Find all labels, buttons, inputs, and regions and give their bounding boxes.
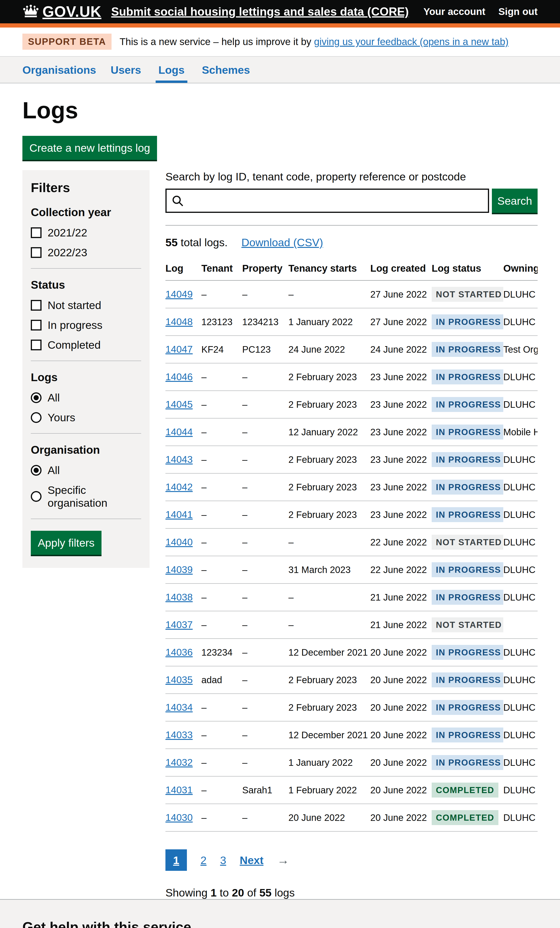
footer-title: Get help with this service bbox=[22, 919, 538, 928]
log-link[interactable]: 14041 bbox=[165, 509, 193, 520]
radio-button[interactable] bbox=[31, 465, 41, 476]
log-link[interactable]: 14042 bbox=[165, 481, 193, 493]
pagination-current-page[interactable]: 1 bbox=[165, 849, 187, 871]
log-link[interactable]: 14037 bbox=[165, 619, 193, 630]
total-suffix: total logs. bbox=[178, 236, 227, 249]
status-badge: IN PROGRESS bbox=[432, 452, 503, 467]
column-header-log-status: Log status bbox=[432, 263, 503, 281]
tenancy-starts-cell: 1 February 2022 bbox=[288, 776, 370, 804]
radio-button[interactable] bbox=[31, 412, 41, 423]
arrow-right-icon: → bbox=[277, 853, 289, 867]
property-cell: – bbox=[242, 639, 288, 666]
tenant-cell: – bbox=[201, 611, 242, 639]
log-created-cell: 20 June 2022 bbox=[370, 666, 432, 694]
checkbox[interactable] bbox=[31, 340, 41, 350]
table-row: 14032––1 January 202220 June 2022IN PROG… bbox=[165, 749, 538, 776]
pagination-next-link[interactable]: Next bbox=[240, 854, 264, 867]
radio-option-all: All bbox=[31, 391, 141, 404]
log-link[interactable]: 14038 bbox=[165, 592, 193, 603]
tenant-cell: – bbox=[201, 804, 242, 831]
crown-icon bbox=[22, 5, 39, 19]
log-link[interactable]: 14048 bbox=[165, 316, 193, 327]
checkbox[interactable] bbox=[31, 320, 41, 331]
property-cell: – bbox=[242, 418, 288, 446]
nav-item-organisations[interactable]: Organisations bbox=[20, 64, 99, 83]
pagination-page-2[interactable]: 2 bbox=[200, 854, 206, 867]
radio-button[interactable] bbox=[31, 392, 41, 403]
checkbox-option-completed: Completed bbox=[31, 339, 141, 351]
property-cell: 1234213 bbox=[242, 308, 288, 336]
log-link[interactable]: 14034 bbox=[165, 702, 193, 713]
sign-out-link[interactable]: Sign out bbox=[498, 6, 538, 17]
log-link[interactable]: 14047 bbox=[165, 344, 193, 355]
log-link[interactable]: 14039 bbox=[165, 564, 193, 575]
checkbox-option-in-progress: In progress bbox=[31, 319, 141, 331]
tenant-cell: – bbox=[201, 501, 242, 528]
status-badge: NOT STARTED bbox=[432, 617, 503, 632]
filter-group-collection-year: Collection year2021/222022/23 bbox=[31, 206, 141, 259]
log-link[interactable]: 14040 bbox=[165, 537, 193, 548]
owning-org-cell: DLUHC Test Organisation bbox=[503, 776, 538, 804]
checkbox[interactable] bbox=[31, 300, 41, 311]
log-created-cell: 22 June 2022 bbox=[370, 528, 432, 556]
filters-title: Filters bbox=[31, 180, 141, 195]
your-account-link[interactable]: Your account bbox=[424, 6, 485, 17]
log-link[interactable]: 14043 bbox=[165, 454, 193, 465]
table-row: 14035adad–2 February 202320 June 2022IN … bbox=[165, 666, 538, 694]
log-link[interactable]: 14035 bbox=[165, 674, 193, 685]
search-input[interactable] bbox=[165, 189, 489, 213]
tenant-cell: – bbox=[201, 776, 242, 804]
log-created-cell: 27 June 2022 bbox=[370, 308, 432, 336]
search-button[interactable]: Search bbox=[492, 189, 538, 213]
status-badge: NOT STARTED bbox=[432, 535, 503, 549]
option-label: Specific organisation bbox=[47, 484, 141, 509]
log-created-cell: 23 June 2022 bbox=[370, 418, 432, 446]
checkbox[interactable] bbox=[31, 247, 41, 258]
log-created-cell: 23 June 2022 bbox=[370, 446, 432, 473]
apply-filters-button[interactable]: Apply filters bbox=[31, 531, 102, 555]
create-lettings-log-button[interactable]: Create a new lettings log bbox=[22, 136, 157, 160]
tenant-cell: – bbox=[201, 363, 242, 391]
log-link[interactable]: 14032 bbox=[165, 757, 193, 768]
tenant-cell: – bbox=[201, 473, 242, 501]
log-link[interactable]: 14049 bbox=[165, 289, 193, 300]
download-csv-link[interactable]: Download (CSV) bbox=[241, 236, 323, 249]
log-link[interactable]: 14036 bbox=[165, 647, 193, 658]
checkbox-option-2022-23: 2022/23 bbox=[31, 246, 141, 259]
filter-divider bbox=[31, 519, 141, 519]
status-badge: IN PROGRESS bbox=[432, 424, 503, 440]
page: GOV.UK Submit social housing lettings an… bbox=[0, 0, 560, 928]
log-link[interactable]: 14030 bbox=[165, 812, 193, 823]
nav-item-schemes[interactable]: Schemes bbox=[199, 64, 253, 83]
table-row: 14045––2 February 202323 June 2022IN PRO… bbox=[165, 391, 538, 418]
filter-group-title: Logs bbox=[31, 371, 141, 384]
owning-org-cell: DLUHC Test Organisation bbox=[503, 721, 538, 749]
log-link[interactable]: 14046 bbox=[165, 371, 193, 382]
log-link[interactable]: 14044 bbox=[165, 426, 193, 437]
table-row: 1404812312312342131 January 202227 June … bbox=[165, 308, 538, 336]
log-link[interactable]: 14045 bbox=[165, 399, 193, 410]
service-name-link[interactable]: Submit social housing lettings and sales… bbox=[111, 5, 409, 18]
log-link[interactable]: 14031 bbox=[165, 785, 193, 795]
table-row: 14036123234–12 December 202120 June 2022… bbox=[165, 639, 538, 666]
option-label: 2021/22 bbox=[47, 226, 87, 239]
log-created-cell: 20 June 2022 bbox=[370, 776, 432, 804]
checkbox[interactable] bbox=[31, 227, 41, 238]
checkbox-option-not-started: Not started bbox=[31, 299, 141, 311]
owning-org-cell: DLUHC Test Organisation bbox=[503, 749, 538, 776]
filters-panel: Filters Collection year2021/222022/23Sta… bbox=[22, 170, 150, 568]
nav-item-users[interactable]: Users bbox=[108, 64, 144, 83]
property-cell: – bbox=[242, 363, 288, 391]
feedback-link[interactable]: giving us your feedback (opens in a new … bbox=[314, 36, 509, 47]
govuk-logo[interactable]: GOV.UK bbox=[22, 3, 102, 20]
nav-item-logs[interactable]: Logs bbox=[156, 64, 188, 83]
log-link[interactable]: 14033 bbox=[165, 730, 193, 740]
radio-button[interactable] bbox=[31, 491, 41, 502]
table-row: 14038–––21 June 2022IN PROGRESSDLUHC bbox=[165, 583, 538, 611]
pagination: 123Next→ bbox=[165, 849, 538, 871]
log-created-cell: 20 June 2022 bbox=[370, 749, 432, 776]
log-created-cell: 22 June 2022 bbox=[370, 556, 432, 583]
pagination-page-3[interactable]: 3 bbox=[220, 854, 226, 867]
owning-org-cell: DLUHC Test Organisation bbox=[503, 666, 538, 694]
status-badge: IN PROGRESS bbox=[432, 755, 503, 770]
